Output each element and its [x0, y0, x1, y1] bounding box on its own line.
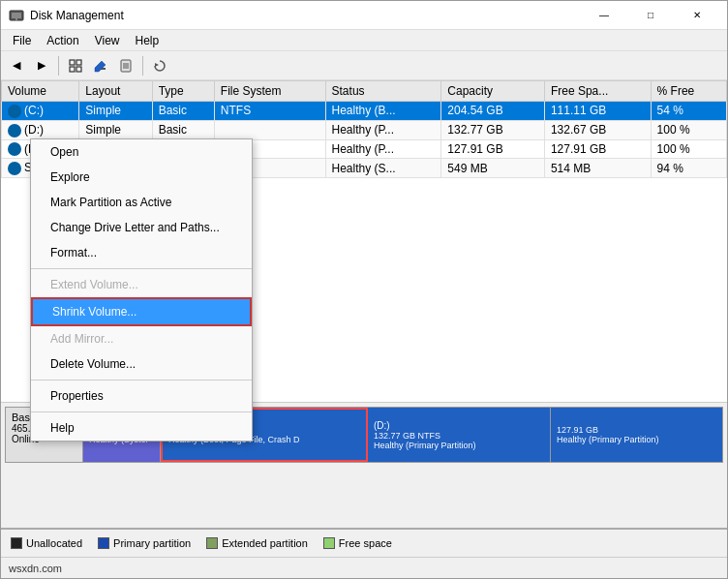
legend-freespace-label: Free space — [339, 537, 392, 549]
ctx-item-extend-volume: Extend Volume... — [31, 272, 252, 297]
minimize-button[interactable]: — — [582, 1, 626, 30]
col-filesystem[interactable]: File System — [214, 81, 325, 102]
ctx-separator-5 — [31, 268, 252, 269]
disk-management-window: Disk Management — □ ✕ File Action View H… — [0, 0, 728, 579]
partition-d[interactable]: (D:) 132.77 GB NTFS Healthy (Primary Par… — [368, 408, 551, 462]
col-layout[interactable]: Layout — [79, 81, 152, 102]
forward-button[interactable]: ▶ — [30, 54, 53, 77]
menu-help[interactable]: Help — [128, 32, 167, 49]
legend-freespace-box — [323, 537, 335, 549]
table-row[interactable]: (D:)SimpleBasicHealthy (P...132.77 GB132… — [2, 120, 727, 139]
app-icon — [9, 8, 24, 23]
legend-extended-label: Extended partition — [222, 537, 308, 549]
legend-bar: Unallocated Primary partition Extended p… — [1, 528, 727, 557]
status-bar: wsxdn.com — [1, 557, 727, 578]
ctx-item-add-mirror: Add Mirror... — [31, 326, 252, 351]
partition-d-status: Healthy (Primary Partition) — [374, 441, 476, 450]
volume-icon — [8, 162, 21, 175]
menu-file[interactable]: File — [5, 32, 39, 49]
legend-primary-label: Primary partition — [113, 537, 191, 549]
toolbar-sep-1 — [58, 56, 59, 76]
title-bar: Disk Management — □ ✕ — [1, 1, 727, 30]
partition-d-size: 132.77 GB NTFS — [374, 431, 440, 441]
back-button[interactable]: ◀ — [5, 54, 28, 77]
partition-d-label: (D:) — [374, 420, 390, 431]
svg-point-2 — [15, 18, 17, 20]
ctx-separator-10 — [31, 380, 252, 381]
legend-unallocated-label: Unallocated — [26, 537, 82, 549]
ctx-item-help[interactable]: Help — [31, 415, 252, 441]
refresh-button[interactable] — [148, 54, 171, 77]
col-pctfree[interactable]: % Free — [651, 81, 726, 102]
ctx-item-change-drive-letter-and-paths[interactable]: Change Drive Letter and Paths... — [31, 215, 252, 240]
ctx-item-format[interactable]: Format... — [31, 240, 252, 265]
svg-rect-5 — [70, 67, 75, 72]
svg-marker-12 — [155, 63, 159, 67]
ctx-item-delete-volume[interactable]: Delete Volume... — [31, 351, 252, 377]
table-row[interactable]: (C:)SimpleBasicNTFSHealthy (B...204.54 G… — [2, 102, 727, 121]
show-grid-button[interactable] — [64, 54, 87, 77]
partition-recovery-status: Healthy (Primary Partition) — [557, 435, 659, 444]
col-volume[interactable]: Volume — [2, 81, 79, 102]
menu-bar: File Action View Help — [1, 30, 727, 51]
window-controls: — □ ✕ — [582, 1, 719, 30]
col-freespace[interactable]: Free Spa... — [544, 81, 651, 102]
edit-button[interactable] — [89, 54, 112, 77]
legend-extended: Extended partition — [206, 537, 308, 549]
col-status[interactable]: Status — [325, 81, 441, 102]
ctx-item-properties[interactable]: Properties — [31, 383, 252, 409]
svg-rect-1 — [12, 13, 21, 18]
volume-icon — [8, 105, 21, 118]
legend-freespace: Free space — [323, 537, 392, 549]
partition-recovery[interactable]: 127.91 GB Healthy (Primary Partition) — [551, 408, 722, 462]
col-type[interactable]: Type — [152, 81, 214, 102]
svg-rect-4 — [76, 60, 81, 65]
menu-view[interactable]: View — [87, 32, 128, 49]
partition-recovery-size: 127.91 GB — [557, 425, 598, 435]
ctx-item-shrink-volume[interactable]: Shrink Volume... — [31, 297, 252, 326]
legend-unallocated-box — [11, 537, 22, 549]
legend-extended-box — [206, 537, 218, 549]
remove-button[interactable] — [114, 54, 137, 77]
svg-rect-6 — [76, 67, 81, 72]
volume-icon — [8, 124, 21, 137]
toolbar-sep-2 — [142, 56, 143, 76]
menu-action[interactable]: Action — [39, 32, 86, 49]
volume-icon — [8, 142, 21, 156]
ctx-separator-12 — [31, 411, 252, 412]
legend-unallocated: Unallocated — [11, 537, 82, 549]
status-text: wsxdn.com — [9, 563, 62, 574]
context-menu: OpenExploreMark Partition as ActiveChang… — [30, 138, 253, 442]
toolbar: ◀ ▶ — [1, 51, 727, 80]
ctx-item-explore[interactable]: Explore — [31, 165, 252, 190]
main-content: Volume Layout Type File System Status Ca… — [1, 80, 727, 557]
col-capacity[interactable]: Capacity — [441, 81, 545, 102]
ctx-item-mark-partition-as-active[interactable]: Mark Partition as Active — [31, 190, 252, 215]
legend-primary: Primary partition — [98, 537, 191, 549]
close-button[interactable]: ✕ — [675, 1, 719, 30]
svg-rect-3 — [70, 60, 75, 65]
maximize-button[interactable]: □ — [628, 1, 673, 30]
ctx-item-open[interactable]: Open — [31, 139, 252, 165]
legend-primary-box — [98, 537, 109, 549]
window-title: Disk Management — [30, 9, 582, 22]
